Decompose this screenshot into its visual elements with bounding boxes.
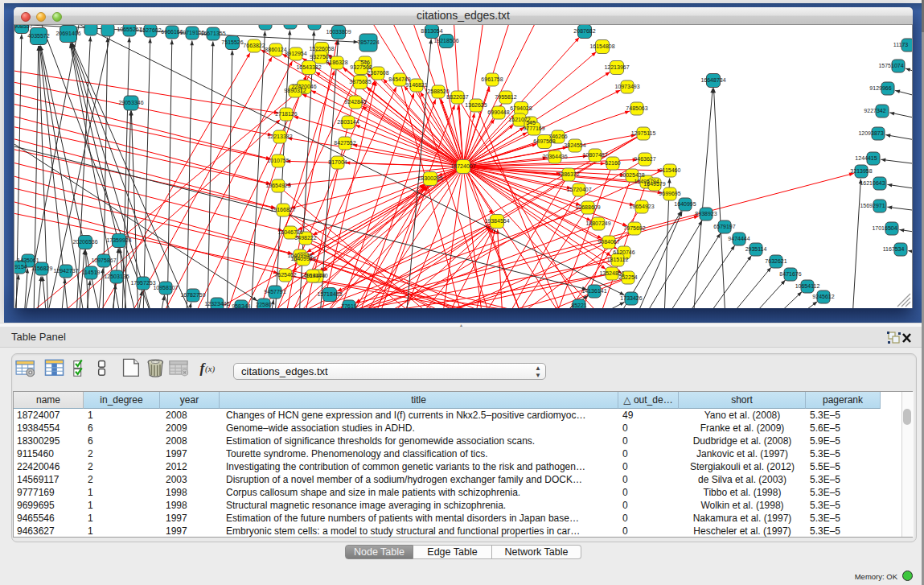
svg-text:16543382: 16543382 — [296, 64, 321, 70]
svg-text:9242845: 9242845 — [344, 99, 366, 105]
svg-text:16648784: 16648784 — [700, 77, 725, 83]
svg-text:29053346: 29053346 — [118, 100, 143, 105]
svg-text:7955812: 7955812 — [495, 94, 516, 100]
svg-text:2087682: 2087682 — [573, 28, 595, 34]
svg-text:8912954: 8912954 — [285, 51, 306, 56]
svg-text:19218506: 19218506 — [433, 38, 458, 43]
svg-text:10973493: 10973493 — [614, 84, 639, 89]
svg-text:39154: 39154 — [14, 264, 27, 270]
svg-text:12942737: 12942737 — [53, 268, 78, 274]
svg-text:15720407: 15720407 — [566, 187, 591, 192]
svg-text:18300295: 18300295 — [417, 175, 442, 181]
svg-text:1435061: 1435061 — [17, 257, 39, 263]
svg-text:3498222: 3498222 — [294, 235, 316, 241]
svg-text:12213967: 12213967 — [604, 64, 629, 70]
svg-text:9115460: 9115460 — [659, 167, 681, 173]
svg-text:9227342: 9227342 — [864, 108, 885, 113]
svg-text:3213958: 3213958 — [850, 168, 872, 174]
svg-text:4035572: 4035572 — [27, 33, 49, 39]
svg-text:12213382: 12213382 — [267, 134, 292, 139]
svg-text:6579197: 6579197 — [713, 224, 735, 229]
svg-text:9084067: 9084067 — [598, 239, 619, 245]
svg-text:16210643: 16210643 — [860, 180, 885, 186]
svg-text:545: 545 — [526, 120, 536, 126]
svg-text:1156829: 1156829 — [31, 266, 53, 271]
svg-text:958344: 958344 — [232, 303, 250, 308]
svg-text:1362625: 1362625 — [465, 102, 487, 108]
svg-text:1815112: 1815112 — [607, 257, 629, 262]
svg-text:9146821: 9146821 — [405, 82, 427, 88]
svg-text:18807249: 18807249 — [585, 220, 610, 226]
svg-text:7625402: 7625402 — [274, 272, 296, 278]
svg-text:114519: 114519 — [82, 270, 101, 275]
svg-text:8454749: 8454749 — [388, 76, 410, 82]
svg-text:9890312: 9890312 — [284, 88, 306, 93]
svg-text:7485063: 7485063 — [626, 105, 647, 111]
svg-text:16033809: 16033809 — [326, 29, 351, 35]
svg-text:9327508: 9327508 — [350, 64, 372, 70]
svg-text:7632621: 7632621 — [765, 258, 786, 264]
svg-text:6961758: 6961758 — [481, 76, 503, 82]
svg-text:7663822: 7663822 — [243, 43, 265, 48]
svg-text:77619: 77619 — [341, 303, 357, 308]
svg-text:3824554: 3824554 — [564, 142, 585, 148]
svg-text:12093873: 12093873 — [858, 130, 883, 136]
svg-text:15226058: 15226058 — [309, 46, 334, 51]
svg-text:252254: 252254 — [618, 274, 637, 280]
svg-text:22580: 22580 — [256, 302, 272, 307]
svg-text:3875685: 3875685 — [349, 79, 371, 84]
svg-text:8822037: 8822037 — [446, 94, 468, 100]
svg-text:11173: 11173 — [893, 42, 909, 47]
svg-text:8860124: 8860124 — [265, 47, 286, 52]
svg-text:17016504: 17016504 — [872, 225, 897, 231]
svg-text:19384554: 19384554 — [484, 218, 509, 224]
svg-text:18724007: 18724007 — [450, 163, 475, 169]
svg-text:20206536: 20206536 — [72, 239, 97, 245]
svg-text:16046786: 16046786 — [277, 229, 302, 235]
svg-text:8186328: 8186328 — [326, 60, 347, 65]
svg-text:1733426: 1733426 — [620, 295, 642, 301]
svg-text:7857224: 7857224 — [357, 39, 379, 45]
svg-text:817004: 817004 — [328, 159, 347, 165]
svg-text:62160: 62160 — [605, 160, 621, 166]
svg-text:2718126: 2718126 — [275, 111, 297, 117]
svg-text:6990448: 6990448 — [487, 109, 509, 115]
svg-text:2588520: 2588520 — [427, 89, 449, 94]
svg-text:7975692: 7975692 — [623, 225, 645, 231]
svg-text:10807487: 10807487 — [582, 152, 607, 158]
svg-text:9245612: 9245612 — [812, 294, 834, 299]
svg-text:2935114: 2935114 — [745, 246, 767, 252]
svg-text:85221: 85221 — [571, 303, 587, 308]
svg-text:17359924: 17359924 — [106, 237, 131, 243]
svg-text:10654112: 10654112 — [795, 283, 820, 289]
svg-text:1640995: 1640995 — [674, 201, 696, 207]
svg-text:9699695: 9699695 — [659, 191, 680, 196]
svg-text:6497568: 6497568 — [533, 138, 555, 144]
svg-text:19654925: 19654925 — [265, 183, 290, 188]
svg-text:8471676: 8471676 — [779, 271, 801, 277]
svg-text:9474444: 9474444 — [728, 236, 749, 241]
svg-text:6120746: 6120746 — [613, 249, 634, 255]
svg-text:9327506: 9327506 — [310, 54, 331, 60]
svg-text:12323446: 12323446 — [204, 301, 229, 307]
svg-text:12503135: 12503135 — [104, 274, 129, 279]
svg-text:19166827: 19166827 — [270, 207, 295, 212]
svg-text:9463627: 9463627 — [634, 156, 655, 162]
svg-text:6794028: 6794028 — [510, 105, 532, 111]
svg-text:15718485: 15718485 — [317, 291, 342, 297]
svg-text:19654923: 19654923 — [629, 204, 654, 209]
svg-text:1908557: 1908557 — [14, 25, 33, 29]
svg-text:12975115: 12975115 — [631, 130, 656, 136]
svg-text:1527602: 1527602 — [139, 27, 161, 33]
svg-text:1649579: 1649579 — [643, 181, 665, 187]
svg-text:10025438: 10025438 — [619, 172, 644, 178]
svg-text:1010755: 1010755 — [267, 158, 289, 163]
svg-text:8813054: 8813054 — [421, 28, 442, 34]
svg-text:16782759: 16782759 — [180, 292, 205, 298]
svg-text:7386372: 7386372 — [557, 171, 579, 177]
svg-text:16154808: 16154808 — [589, 43, 614, 49]
svg-text:9457791: 9457791 — [264, 289, 285, 295]
svg-text:14136141: 14136141 — [581, 288, 606, 294]
svg-text:7515526: 7515526 — [221, 39, 243, 45]
svg-text:10688609: 10688609 — [575, 204, 600, 210]
